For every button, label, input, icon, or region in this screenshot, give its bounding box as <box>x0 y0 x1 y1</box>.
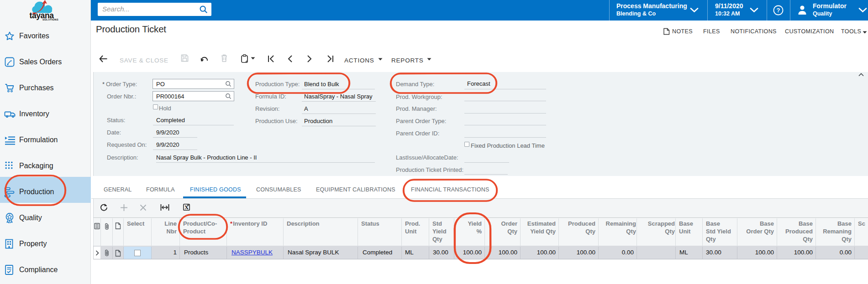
svg-text:SOLUTIONS: SOLUTIONS <box>42 18 58 21</box>
svg-text:?: ? <box>777 7 780 14</box>
